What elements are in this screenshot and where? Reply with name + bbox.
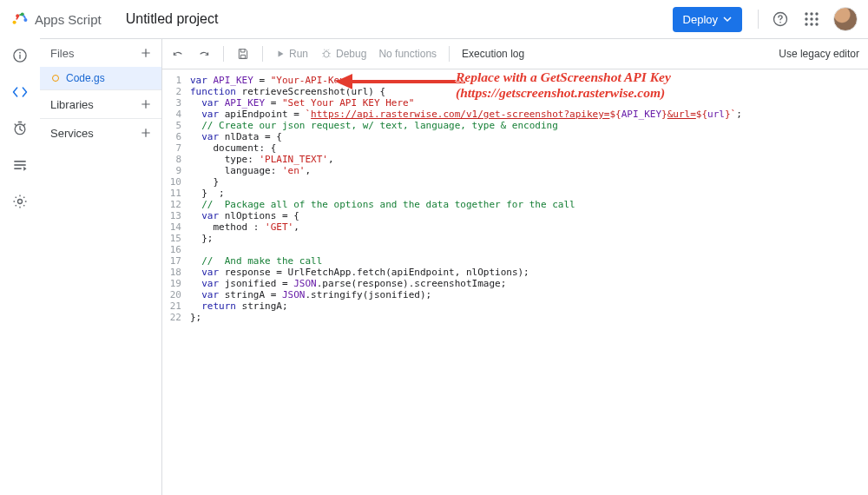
svg-point-15 [815,17,818,20]
apps-script-logo-icon [10,10,30,29]
logo-text: Apps Script [35,12,102,27]
svg-point-18 [815,23,818,25]
executions-icon[interactable] [10,155,30,175]
line-number-gutter: 12345678910111213141516171819202122 [162,75,190,495]
svg-point-27 [324,51,329,57]
svg-rect-25 [14,168,21,169]
files-heading: Files [50,47,74,60]
svg-point-16 [805,23,807,25]
logo[interactable]: Apps Script [10,10,102,29]
svg-point-10 [805,12,807,15]
bug-icon [320,48,332,60]
execution-log-button[interactable]: Execution log [462,48,524,60]
svg-point-12 [815,12,818,15]
account-avatar[interactable] [833,7,858,31]
services-heading-row: Services [40,118,161,147]
editor-toolbar: Run Debug No functions Execution log Use… [162,38,868,69]
apps-grid-icon[interactable] [802,10,821,29]
add-file-button[interactable] [139,46,153,60]
add-library-button[interactable] [139,97,153,111]
code-editor[interactable]: 12345678910111213141516171819202122 var … [162,69,868,495]
undo-button[interactable] [171,47,185,61]
triggers-icon[interactable] [10,118,30,139]
svg-point-11 [810,12,812,15]
svg-point-14 [810,17,812,20]
settings-icon[interactable] [10,191,30,212]
services-heading: Services [50,127,94,140]
libraries-heading-row: Libraries [40,89,161,118]
svg-rect-4 [13,22,16,23]
file-name-label: Code.gs [66,72,105,84]
editor-area: Run Debug No functions Execution log Use… [161,38,868,495]
save-button[interactable] [236,47,250,61]
header-divider [758,10,759,29]
svg-point-17 [810,23,812,25]
unsaved-indicator-icon [52,75,59,82]
svg-point-13 [805,17,807,20]
file-item-code-gs[interactable]: Code.gs [40,67,161,89]
svg-point-21 [19,52,21,54]
editor-icon[interactable] [10,82,30,102]
deploy-button[interactable]: Deploy [673,7,742,32]
run-button[interactable]: Run [275,48,308,60]
help-icon[interactable] [771,10,790,29]
left-rail [0,38,40,495]
use-legacy-editor-link[interactable]: Use legacy editor [779,48,859,60]
info-icon[interactable] [10,45,30,66]
files-heading-row: Files [40,39,161,67]
svg-rect-20 [19,55,20,59]
redo-button[interactable] [197,47,211,61]
play-icon [275,49,286,59]
svg-rect-23 [14,161,25,162]
debug-button[interactable]: Debug [320,48,366,60]
svg-point-9 [779,22,781,23]
chevron-down-icon [723,15,732,23]
files-panel: Files Code.gs Libraries Services [40,38,161,495]
project-name[interactable]: Untitled project [126,11,219,27]
libraries-heading: Libraries [50,98,94,111]
svg-rect-24 [14,164,25,166]
add-service-button[interactable] [139,126,153,140]
code-content[interactable]: var API_KEY = "Your-API-Key"function ret… [190,75,868,495]
svg-point-26 [18,200,23,204]
header: Apps Script Untitled project Deploy [0,0,868,38]
function-select[interactable]: No functions [378,48,437,60]
